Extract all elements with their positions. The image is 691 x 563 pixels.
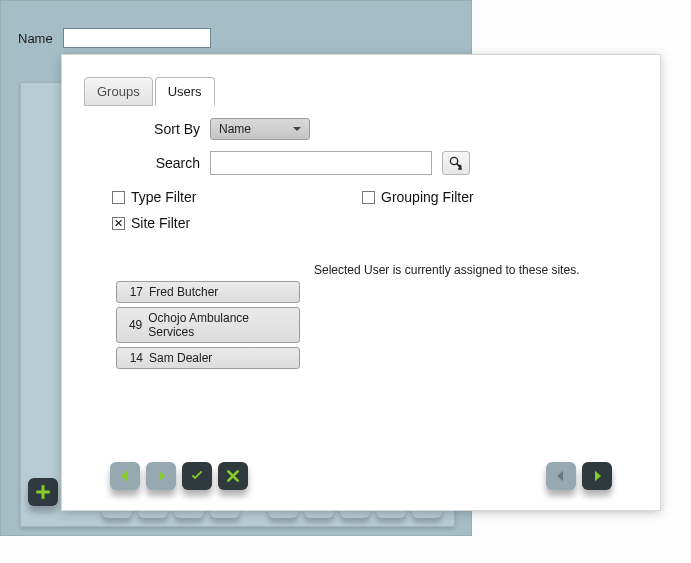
search-button[interactable] <box>442 151 470 175</box>
action-group-right <box>546 462 612 490</box>
arrow-left-icon <box>553 468 569 484</box>
search-row: Search <box>80 151 470 175</box>
sort-by-label: Sort By <box>80 121 200 137</box>
site-filter-row: ✕ Site Filter <box>112 215 362 231</box>
name-input[interactable] <box>63 28 211 48</box>
search-people-icon <box>448 155 464 171</box>
nav-back-button[interactable] <box>546 462 576 490</box>
list-item[interactable]: 17 Fred Butcher <box>116 281 300 303</box>
grouping-filter-label: Grouping Filter <box>381 189 474 205</box>
name-row: Name <box>18 28 211 48</box>
sort-by-value: Name <box>219 122 251 136</box>
user-id: 14 <box>123 351 143 365</box>
next-page-button[interactable] <box>146 462 176 490</box>
user-name: Fred Butcher <box>149 285 218 299</box>
action-group-left <box>110 462 248 490</box>
user-name: Sam Dealer <box>149 351 212 365</box>
arrow-left-icon <box>117 468 133 484</box>
sort-by-select[interactable]: Name <box>210 118 310 140</box>
close-icon <box>225 468 241 484</box>
site-filter-label: Site Filter <box>131 215 190 231</box>
add-button[interactable] <box>28 478 58 506</box>
list-item[interactable]: 14 Sam Dealer <box>116 347 300 369</box>
type-filter-checkbox[interactable] <box>112 191 125 204</box>
cancel-button[interactable] <box>218 462 248 490</box>
tab-users[interactable]: Users <box>155 77 215 106</box>
user-list: 17 Fred Butcher 49 Ochojo Ambulance Serv… <box>116 281 300 369</box>
dialog-action-bar <box>110 462 612 490</box>
plus-icon <box>34 483 52 501</box>
prev-page-button[interactable] <box>110 462 140 490</box>
confirm-button[interactable] <box>182 462 212 490</box>
user-name: Ochojo Ambulance Services <box>148 311 293 339</box>
assigned-sites-text: Selected User is currently assigned to t… <box>314 263 579 277</box>
user-id: 49 <box>123 318 142 332</box>
search-label: Search <box>80 155 200 171</box>
arrow-right-icon <box>153 468 169 484</box>
arrow-right-icon <box>589 468 605 484</box>
svg-point-2 <box>459 165 462 168</box>
nav-forward-button[interactable] <box>582 462 612 490</box>
search-input[interactable] <box>210 151 432 175</box>
user-id: 17 <box>123 285 143 299</box>
sort-by-row: Sort By Name <box>80 118 310 140</box>
name-label: Name <box>18 31 53 46</box>
type-filter-row: Type Filter <box>112 189 362 205</box>
tab-groups[interactable]: Groups <box>84 77 153 106</box>
type-filter-label: Type Filter <box>131 189 196 205</box>
check-icon <box>189 468 205 484</box>
grouping-filter-row: Grouping Filter <box>362 189 612 205</box>
site-filter-checkbox[interactable]: ✕ <box>112 217 125 230</box>
filter-panel: Type Filter Grouping Filter ✕ Site Filte… <box>112 189 612 241</box>
tab-bar: Groups Users <box>84 77 217 106</box>
user-selection-dialog: Groups Users Sort By Name Search Type Fi… <box>62 55 660 510</box>
list-item[interactable]: 49 Ochojo Ambulance Services <box>116 307 300 343</box>
grouping-filter-checkbox[interactable] <box>362 191 375 204</box>
